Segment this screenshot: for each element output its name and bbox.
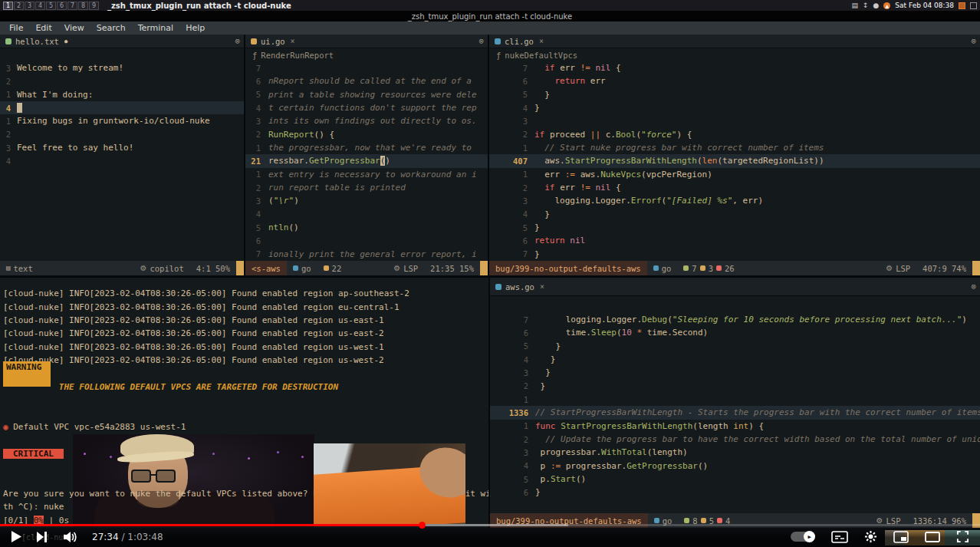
screen-record-icon[interactable]: ▲ [883,2,890,9]
line-number: 4 [0,104,17,113]
status-end-block [236,261,244,275]
workspace-button-3[interactable]: 3 [25,2,35,10]
line-text: aws.StartProgressBarWithLength(len(targe… [534,156,824,166]
settings-gear-icon[interactable] [864,530,877,543]
line-number: 6 [490,328,535,338]
line-number: 6 [245,236,268,245]
workspace-button-1[interactable]: 1 [3,2,13,10]
workspace-button-5[interactable]: 5 [46,2,56,10]
token: } [534,209,550,219]
terminal-line: THE FOLLOWING DEFAULT VPCS ARE TARGETED … [3,381,488,394]
pane-divider[interactable] [488,35,489,275]
menu-file[interactable]: File [3,23,29,33]
token: p [535,461,551,471]
breadcrumb-label: RenderRunReport [261,51,334,60]
line-text: progressbar.WithTotal(length) [535,447,688,457]
miniplayer-icon[interactable] [893,531,909,543]
workspace-grid-icon[interactable] [959,2,965,9]
code-area[interactable]: 76nReport should be called at the end of… [245,61,488,261]
next-button[interactable] [37,532,48,542]
subtitles-icon[interactable] [831,531,848,543]
menu-edit[interactable]: Edit [29,23,58,33]
pane-close-icon[interactable]: ⊗ [971,36,976,46]
token: ) [294,196,299,206]
code-line: 7ionally print the general error report,… [245,248,488,261]
line-text: ◉ Default VPC vpc-e54a2883 us-west-1 [3,422,186,432]
player-controls: 27:34 / 1:03:48 ▶ [0,526,980,547]
editor-pane-ui-go: ui.go × ⊗ ƒ RenderRunReport 76nReport sh… [245,35,488,275]
volume-tray-icon[interactable]: ● [873,2,879,9]
line-text: [cloud-nuke] INFO[2023-02-04T08:30:26-05… [3,328,384,338]
statusbar: ▤ text ⚙ copilot 4:1 50% [0,261,244,275]
line-text: ressbar.GetProgressbar() [268,156,390,166]
play-button[interactable] [11,530,22,543]
code-area[interactable]: 7 if err != nil {6 return err5 }4}32if p… [489,61,980,261]
code-line: 6 [245,234,488,247]
pane-divider[interactable] [244,35,245,275]
code-area[interactable]: 7 logging.Logger.Debug("Sleeping for 10 … [490,313,980,499]
workspace-button-4[interactable]: 4 [35,2,45,10]
workspace-button-6[interactable]: 6 [57,2,67,10]
token: proceed [550,130,590,140]
session-icon[interactable] [970,2,977,9]
code-line: 3 logging.Logger.Errorf("[Failed] %s", e… [489,194,980,207]
line-text: Welcome to my stream! [17,63,123,73]
workspace-button-7[interactable]: 7 [67,2,77,10]
menu-view[interactable]: View [58,23,90,33]
warning-message: THE FOLLOWING DEFAULT VPCS ARE TARGETED … [59,382,338,392]
pane-divider[interactable] [0,275,980,278]
volume-icon[interactable] [62,531,77,543]
token [535,434,545,444]
token: Errorf [631,196,662,206]
pane-close-icon[interactable]: ⊗ [971,282,976,292]
pane-divider[interactable] [488,278,490,528]
code-line: 5ntln() [245,221,488,234]
tab-close-icon[interactable]: × [540,282,544,291]
menu-help[interactable]: Help [179,23,211,33]
line-number: 1 [0,117,17,126]
tab-cli-go[interactable]: cli.go × [493,37,544,46]
go-icon [293,265,298,271]
line-text: Fixing bugs in gruntwork-io/cloud-nuke [17,116,210,126]
code-line: 4 } [490,353,980,366]
theater-mode-icon[interactable] [925,532,940,542]
clock[interactable]: Sat Feb 04 08:38 [895,2,954,9]
token: "\r" [274,196,294,206]
code-line: 7 logging.Logger.Debug("Sleeping for 10 … [490,313,980,326]
pane-close-icon[interactable]: ⊗ [478,36,484,46]
git-branch[interactable]: bug/399-no-output-defaults-aws [489,261,647,275]
code-area[interactable]: 3Welcome to my stream!21What I'm doing:4… [0,61,244,261]
line-text: } [534,209,550,219]
token: ) [962,315,967,325]
line-text: THE FOLLOWING DEFAULT VPCS ARE TARGETED … [3,382,338,392]
token: ) { [676,130,692,140]
workspace-button-8[interactable]: 8 [78,2,88,10]
workspace-switcher[interactable]: 123456789 [3,2,100,10]
pane-close-icon[interactable]: ⊗ [235,36,240,46]
token: return [555,76,590,86]
tab-hello-txt[interactable]: hello.txt ● [4,37,67,46]
removed-diagnostic-icon [717,518,722,523]
menu-search[interactable]: Search [90,23,132,33]
terminal-line [3,394,488,407]
code-line: 3 progressbar.WithTotal(length) [490,446,980,459]
tab-close-icon[interactable]: × [539,37,544,45]
token: ntln [268,222,289,232]
token: ( [697,156,702,166]
workspace-button-9[interactable]: 9 [89,2,99,10]
breadcrumb-label: nukeDefaultVpcs [505,51,577,60]
workspace-button-2[interactable]: 2 [14,2,24,10]
token [534,143,544,153]
tab-close-icon[interactable]: × [291,37,295,45]
token: } [534,249,540,259]
fullscreen-icon[interactable] [956,530,969,543]
autoplay-toggle[interactable]: ▶ [791,532,815,542]
network-icon[interactable]: ↕ [863,2,869,9]
player-right-controls: ▶ [791,530,969,543]
indicator-icon[interactable]: ▤ [851,2,858,9]
git-branch[interactable]: <s-aws [245,261,287,275]
token [3,382,59,392]
tab-aws-go[interactable]: aws.go × [494,282,544,292]
tab-ui-go[interactable]: ui.go × [249,37,295,46]
menu-terminal[interactable]: Terminal [132,23,180,33]
